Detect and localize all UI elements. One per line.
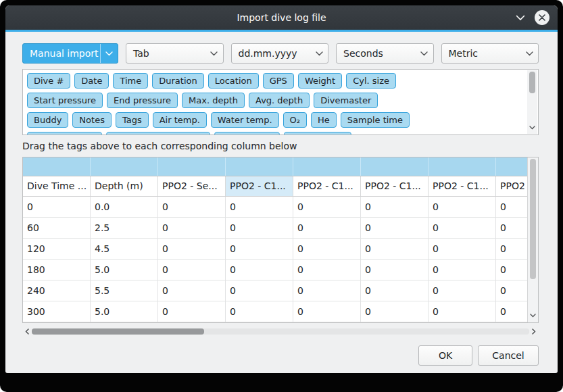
drop-target-cell[interactable]	[226, 157, 293, 176]
preview-table-clip: Dive Time ...Depth (m)PPO2 - Se...PPO2 -…	[23, 157, 527, 322]
table-body: 00.0000000602.50000001204.50000001805.00…	[23, 197, 527, 322]
table-cell: 5.5	[91, 280, 158, 301]
table-scrollbar-thumb[interactable]	[530, 159, 536, 279]
column-header[interactable]: PPO2 - C1...	[496, 176, 527, 196]
tag-time[interactable]: Time	[113, 73, 148, 89]
column-header[interactable]: PPO2 - C1...	[293, 176, 361, 196]
drop-target-cell[interactable]	[429, 157, 496, 176]
table-row[interactable]: 2405.5000000	[23, 280, 527, 301]
chevron-left-icon[interactable]	[22, 328, 32, 335]
tag-start-pressure[interactable]: Start pressure	[27, 93, 103, 108]
tag-buddy[interactable]: Buddy	[27, 112, 68, 128]
drop-target-cell[interactable]	[23, 157, 91, 176]
combo-date-format[interactable]: dd.mm.yyyy	[231, 43, 329, 64]
table-cell: 0	[361, 218, 429, 238]
preview-table-inner: Dive Time ...Depth (m)PPO2 - Se...PPO2 -…	[23, 157, 527, 322]
tag-row: BuddyNotesTagsAir temp.Water temp.O₂HeSa…	[27, 112, 534, 128]
drop-target-cell[interactable]	[91, 157, 158, 176]
tag-o[interactable]: O₂	[283, 112, 307, 128]
hscrollbar-track[interactable]	[32, 328, 529, 335]
column-header[interactable]: PPO2 - C1...	[361, 176, 429, 196]
table-cell: 0	[429, 239, 496, 259]
tag-he[interactable]: He	[311, 112, 337, 128]
tag-cyl-size[interactable]: Cyl. size	[346, 73, 396, 89]
tag-water-temp[interactable]: Water temp.	[211, 112, 279, 128]
tag-air-temp[interactable]: Air temp.	[153, 112, 207, 128]
table-cell: 0	[158, 218, 226, 238]
tag-sample-temperature[interactable]: Sample temperature	[106, 132, 211, 135]
combo-field-separator[interactable]: Tab	[126, 43, 224, 64]
table-row[interactable]: 1805.0000000	[23, 260, 527, 280]
drop-target-cell[interactable]	[158, 157, 226, 176]
tag-date[interactable]: Date	[74, 73, 109, 89]
column-header[interactable]: PPO2 - Se...	[158, 176, 226, 196]
drop-target-cell[interactable]	[293, 157, 361, 176]
combo-import-mode[interactable]: Manual import	[22, 43, 118, 64]
tag-dive[interactable]: Dive #	[27, 73, 70, 89]
table-cell: 0.0	[91, 197, 158, 217]
table-cell: 240	[23, 280, 91, 301]
table-row[interactable]: 00.0000000	[23, 197, 527, 218]
table-horizontal-scrollbar[interactable]	[22, 326, 539, 337]
tag-end-pressure[interactable]: End pressure	[107, 93, 178, 108]
table-cell: 0	[226, 260, 293, 280]
tag-sample-depth[interactable]: Sample depth	[27, 132, 102, 135]
table-row[interactable]: 1204.5000000	[23, 239, 527, 260]
titlebar-collapse-button[interactable]	[516, 15, 525, 21]
table-row[interactable]: 3005.0000000	[23, 301, 527, 322]
column-header[interactable]: PPO2 - C1...	[429, 176, 496, 196]
drop-target-cell[interactable]	[496, 157, 527, 176]
chevron-down-icon	[416, 44, 433, 63]
table-cell: 4.5	[91, 239, 158, 259]
chevron-down-icon[interactable]	[529, 120, 535, 132]
tag-pool: Dive #DateTimeDurationLocationGPSWeightC…	[22, 69, 539, 135]
tag-avg-depth[interactable]: Avg. depth	[249, 93, 310, 108]
combo-duration-format[interactable]: Seconds	[336, 43, 434, 64]
table-cell: 0	[496, 280, 527, 301]
tag-divemaster[interactable]: Divemaster	[314, 93, 378, 108]
tag-notes[interactable]: Notes	[72, 112, 112, 128]
titlebar[interactable]: Import dive log file	[5, 5, 558, 30]
table-cell: 60	[23, 218, 91, 238]
tag-weight[interactable]: Weight	[298, 73, 342, 89]
tag-sample-po[interactable]: Sample pO₂	[214, 132, 280, 135]
tag-duration[interactable]: Duration	[152, 73, 203, 89]
table-cell: 2.5	[91, 218, 158, 238]
cancel-button[interactable]: Cancel	[478, 345, 539, 366]
tag-pool-scrollbar[interactable]	[527, 70, 537, 134]
combo-units[interactable]: Metric	[441, 43, 539, 64]
tag-tags[interactable]: Tags	[116, 112, 149, 128]
ok-button[interactable]: OK	[418, 345, 472, 366]
column-header[interactable]: Dive Time ...	[23, 176, 91, 196]
column-header[interactable]: PPO2 - C1...	[226, 176, 293, 196]
column-header[interactable]: Depth (m)	[91, 176, 158, 196]
table-cell: 0	[429, 260, 496, 280]
preview-table: Dive Time ...Depth (m)PPO2 - Se...PPO2 -…	[22, 157, 539, 323]
table-cell: 0	[361, 301, 429, 322]
tag-sample-time[interactable]: Sample time	[341, 112, 410, 128]
table-vertical-scrollbar[interactable]	[527, 157, 538, 322]
tag-gps[interactable]: GPS	[263, 73, 294, 89]
table-cell: 0	[293, 197, 361, 217]
combo-field-separator-value: Tab	[126, 48, 205, 59]
table-cell: 0	[361, 280, 429, 301]
table-cell: 300	[23, 301, 91, 322]
table-cell: 0	[429, 218, 496, 238]
tag-pool-rows: Dive #DateTimeDurationLocationGPSWeightC…	[23, 70, 538, 135]
options-row: Manual import Tab dd.mm.yyyy	[22, 43, 539, 64]
chevron-right-icon[interactable]	[529, 328, 539, 335]
dialog-buttons: OK Cancel	[22, 345, 539, 366]
chevron-down-icon	[520, 44, 538, 63]
tag-pool-scrollbar-thumb[interactable]	[529, 72, 535, 93]
tag-location[interactable]: Location	[208, 73, 259, 89]
hscrollbar-thumb[interactable]	[32, 328, 204, 335]
tag-sample-cns[interactable]: Sample CNS	[284, 132, 351, 135]
tag-max-depth[interactable]: Max. depth	[182, 93, 245, 108]
close-button[interactable]	[535, 10, 549, 25]
table-row[interactable]: 602.5000000	[23, 218, 527, 239]
drop-target-cell[interactable]	[361, 157, 429, 176]
dialog-body: Manual import Tab dd.mm.yyyy	[5, 32, 558, 366]
table-cell: 0	[496, 218, 527, 238]
chevron-down-icon[interactable]	[530, 308, 536, 320]
table-cell: 0	[158, 260, 226, 280]
